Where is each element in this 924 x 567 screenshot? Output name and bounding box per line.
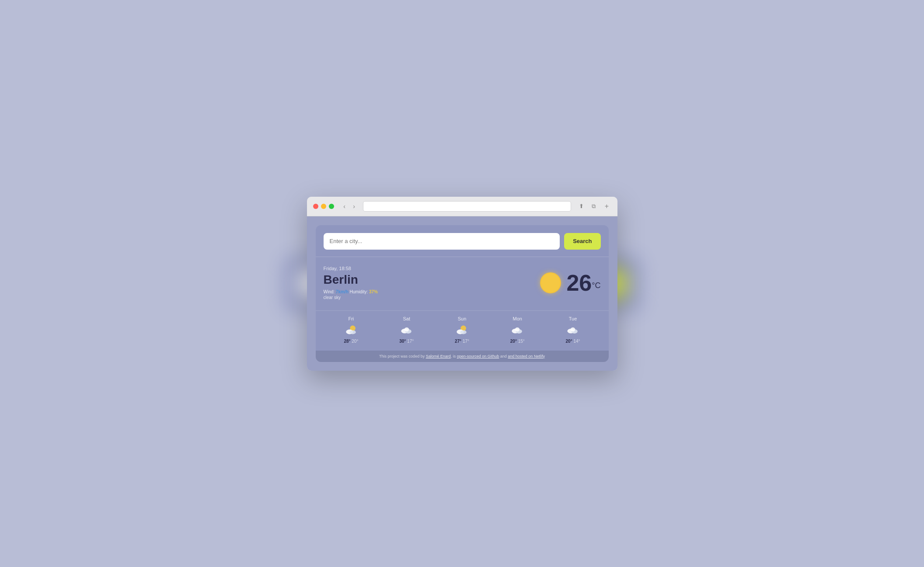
forecast-low: 17° (407, 339, 414, 344)
forecast-low: 20° (352, 339, 358, 344)
temperature-unit: °C (592, 281, 600, 289)
footer-text-mid: , is (451, 354, 457, 358)
page-wrapper: ‹ › ⬆ ⧉ + Search (0, 0, 924, 567)
forecast-high: 20° (566, 339, 572, 344)
forecast-low: 17° (463, 339, 469, 344)
date-time: Friday, 18:58 (324, 266, 378, 271)
search-section: Search (316, 225, 609, 257)
forecast-temps-fri: 28° 20° (344, 339, 358, 344)
temperature-value: 26 (566, 270, 592, 296)
forecast-icon-sun (454, 324, 470, 336)
forecast-high: 27° (455, 339, 461, 344)
forecast-temps-tue: 20° 14° (566, 339, 580, 344)
forecast-day-mon: Mon 20° 15° (490, 316, 545, 344)
forecast-grid: Fri 28° 20° (324, 316, 601, 344)
svg-point-2 (349, 330, 356, 334)
nav-forward-button[interactable]: › (350, 202, 359, 211)
humidity-value: 37% (369, 289, 378, 294)
search-button[interactable]: Search (564, 233, 600, 250)
city-search-input[interactable] (324, 233, 560, 250)
svg-point-11 (515, 327, 520, 331)
wind-value: 7km/h (336, 289, 349, 294)
browser-chrome: ‹ › ⬆ ⧉ + (307, 197, 617, 216)
weather-info: Friday, 18:58 Berlin Wind: 7km/h Humidit… (316, 257, 609, 310)
forecast-day-fri: Fri 28° 20° (324, 316, 379, 344)
forecast-day-name: Tue (569, 316, 577, 321)
app-content: Search Friday, 18:58 Berlin Wind: 7km/h … (307, 216, 617, 371)
temperature-display: 26°C (566, 271, 600, 294)
forecast-temps-sat: 30° 17° (399, 339, 414, 344)
forecast-icon-tue (565, 324, 581, 336)
sun-icon (540, 272, 561, 293)
forecast-high: 20° (510, 339, 517, 344)
forecast-icon-mon (509, 324, 525, 336)
forecast-temps-mon: 20° 15° (510, 339, 525, 344)
forecast-high: 30° (399, 339, 406, 344)
search-row: Search (324, 233, 601, 250)
nav-arrows: ‹ › (340, 202, 359, 211)
copy-button[interactable]: ⧉ (589, 202, 598, 211)
weather-right: 26°C (540, 271, 600, 294)
browser-window: ‹ › ⬆ ⧉ + Search (307, 197, 617, 371)
forecast-icon-sat (399, 324, 415, 336)
forecast-day-name: Sun (458, 316, 467, 321)
forecast-day-name: Fri (348, 316, 354, 321)
footer-author-link[interactable]: Salomé Enard (426, 354, 451, 358)
svg-point-8 (460, 330, 467, 334)
traffic-light-maximize[interactable] (329, 204, 334, 209)
weather-card: Search Friday, 18:58 Berlin Wind: 7km/h … (316, 225, 609, 362)
weather-left: Friday, 18:58 Berlin Wind: 7km/h Humidit… (324, 266, 378, 300)
forecast-high: 28° (344, 339, 350, 344)
traffic-light-close[interactable] (313, 204, 318, 209)
forecast-day-sat: Sat 30° 17° (379, 316, 434, 344)
forecast-low: 14° (573, 339, 580, 344)
forecast-low: 15° (518, 339, 525, 344)
footer: This project was coded by Salomé Enard, … (316, 351, 609, 362)
footer-text-before: This project was coded by (379, 354, 426, 358)
browser-actions: ⬆ ⧉ (577, 202, 598, 211)
forecast-day-tue: Tue 20° 14° (545, 316, 601, 344)
nav-back-button[interactable]: ‹ (340, 202, 349, 211)
traffic-lights (313, 204, 334, 209)
city-name: Berlin (324, 273, 378, 287)
forecast-day-name: Sat (403, 316, 410, 321)
traffic-light-minimize[interactable] (321, 204, 326, 209)
forecast-temps-sun: 27° 17° (455, 339, 469, 344)
humidity-label: Humidity: (350, 289, 369, 294)
forecast-section: Fri 28° 20° (316, 310, 609, 351)
forecast-day-name: Mon (513, 316, 522, 321)
footer-netlify-link[interactable]: and hosted on Netlify (508, 354, 545, 358)
forecast-day-sun: Sun 27° 17° (434, 316, 490, 344)
wind-label: Wind: (324, 289, 336, 294)
condition-text: clear sky (324, 295, 378, 300)
footer-text-and: and (499, 354, 508, 358)
weather-details: Wind: 7km/h Humidity: 37% (324, 289, 378, 294)
weather-main: Friday, 18:58 Berlin Wind: 7km/h Humidit… (324, 266, 601, 300)
forecast-icon-fri (343, 324, 359, 336)
new-tab-button[interactable]: + (603, 202, 611, 211)
svg-point-14 (571, 327, 575, 331)
share-button[interactable]: ⬆ (577, 202, 586, 211)
footer-github-link[interactable]: open-sourced on Github (457, 354, 499, 358)
url-bar[interactable] (363, 201, 571, 212)
svg-point-5 (404, 327, 409, 331)
